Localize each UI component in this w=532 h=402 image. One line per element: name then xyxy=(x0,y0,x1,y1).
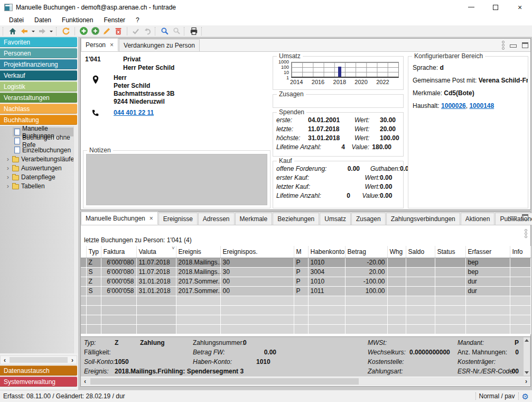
col-ereignis[interactable]: Ereignis xyxy=(176,246,220,258)
panel-grip-icon[interactable] xyxy=(525,229,527,238)
tree-item-verarbeitungslaeufe[interactable]: › Verarbeitungsläufe xyxy=(0,154,78,163)
chevron-right-icon[interactable]: › xyxy=(5,157,11,162)
panel-minimize-button[interactable] xyxy=(510,44,517,48)
scroll-right-icon[interactable]: › xyxy=(522,378,530,385)
tab-adressen[interactable]: Adressen xyxy=(198,213,235,225)
col-faktura[interactable]: Faktura xyxy=(101,246,136,258)
home-icon[interactable] xyxy=(7,26,18,36)
tab-zusagen[interactable]: Zusagen xyxy=(351,213,386,225)
table-row[interactable]: S 6'000'058 31.01.2018 2017.Sommer... 00… xyxy=(81,286,530,296)
search-icon[interactable] xyxy=(159,26,171,36)
col-ereignispos[interactable]: Ereignispos. xyxy=(220,246,294,258)
sidebar-section-buchhaltung[interactable]: Buchhaltung xyxy=(0,115,77,125)
col-erfasser[interactable]: Erfasser xyxy=(465,246,510,258)
tab-verdankungen-zu-person[interactable]: Verdankungen zu Person xyxy=(119,39,200,51)
umsatz-groupbox: Umsatz 1000100101 20142016201820202022 xyxy=(273,56,404,90)
phone-link[interactable]: 044 401 22 11 xyxy=(114,109,154,116)
table-row-empty[interactable] xyxy=(81,324,530,334)
confirm-icon[interactable] xyxy=(130,26,142,36)
menu-help[interactable]: ? xyxy=(131,15,144,25)
haushalt-link[interactable]: 1000026 xyxy=(441,102,466,109)
sidebar-section-logistik[interactable]: Logistik xyxy=(0,81,77,92)
col-valuta[interactable]: Valuta˅ xyxy=(136,246,176,258)
col-status[interactable]: Status xyxy=(435,246,465,258)
table-row-empty[interactable] xyxy=(81,305,530,315)
bookings-horizontal-scrollbar[interactable]: ‹ › xyxy=(81,377,530,386)
col-saldo[interactable]: Saldo xyxy=(406,246,435,258)
delete-icon[interactable] xyxy=(113,26,124,36)
chevron-right-icon[interactable]: › xyxy=(5,166,11,171)
detail-vertical-scrollbar[interactable] xyxy=(524,337,530,376)
window-maximize-button[interactable] xyxy=(483,0,508,14)
back-icon[interactable] xyxy=(18,26,30,36)
col-habenkonto[interactable]: Habenkonto xyxy=(308,246,345,258)
panel-grip-icon[interactable] xyxy=(502,41,505,50)
menu-datei[interactable]: Datei xyxy=(4,15,29,25)
table-row[interactable]: Z 6'000'080 11.07.2018 2018.Mailings....… xyxy=(81,258,530,267)
menu-funktionen[interactable]: Funktionen xyxy=(57,15,98,25)
scroll-right-icon[interactable]: › xyxy=(68,357,77,364)
sidebar-section-projektfinanzierung[interactable]: Projektfinanzierung xyxy=(0,59,77,69)
window-close-button[interactable]: × xyxy=(508,0,532,14)
tab-aktionen[interactable]: Aktionen xyxy=(461,213,495,225)
scroll-left-icon[interactable]: ‹ xyxy=(1,357,9,364)
col-info[interactable]: Info xyxy=(510,246,530,258)
forward-dropdown-icon[interactable] xyxy=(48,26,54,36)
table-row[interactable]: S 6'000'080 11.07.2018 2018.Mailings....… xyxy=(81,267,530,277)
table-row-empty[interactable] xyxy=(81,315,530,324)
panel-minimize-button[interactable] xyxy=(510,216,517,220)
gear-icon[interactable]: ⚙ xyxy=(522,392,529,400)
tree-item-tabellen[interactable]: › Tabellen xyxy=(0,181,78,190)
sidebar-section-personen[interactable]: Personen xyxy=(0,48,77,58)
menu-fenster[interactable]: Fenster xyxy=(99,15,130,25)
tab-umsatz[interactable]: Umsatz xyxy=(320,213,351,225)
col-betrag[interactable]: Betrag xyxy=(345,246,387,258)
scroll-down-icon[interactable] xyxy=(525,371,529,374)
back-dropdown-icon[interactable] xyxy=(30,26,36,36)
tree-item-auswertungen[interactable]: › Auswertungen xyxy=(0,163,78,172)
menu-daten[interactable]: Daten xyxy=(30,15,56,25)
scroll-up-icon[interactable] xyxy=(525,339,529,342)
sidebar-section-favoriten[interactable]: Favoriten xyxy=(0,37,77,47)
haushalt-link[interactable]: 1000148 xyxy=(469,102,494,109)
forward-icon[interactable] xyxy=(36,26,48,36)
table-row[interactable]: Z 6'000'058 31.01.2018 2017.Sommer... 00… xyxy=(81,277,530,286)
tree-item-einzelbuchungen[interactable]: Einzelbuchungen xyxy=(0,145,78,154)
tree-item-datenpflege[interactable]: › Datenpflege xyxy=(0,172,78,181)
panel-maximize-button[interactable] xyxy=(522,42,528,48)
panel-maximize-button[interactable] xyxy=(522,214,528,220)
sidebar-horizontal-scrollbar[interactable]: ‹ › xyxy=(0,355,77,364)
tab-person[interactable]: Person × xyxy=(81,38,118,51)
tab-close-icon[interactable]: × xyxy=(110,41,114,49)
window-minimize-button[interactable] xyxy=(459,0,483,14)
sidebar-section-veranstaltungen[interactable]: Veranstaltungen xyxy=(0,93,77,103)
add-icon[interactable] xyxy=(78,26,89,36)
tree-item-buchungen-ohne-referenz[interactable]: Buchungen ohne Refe xyxy=(0,136,78,145)
refresh-icon[interactable] xyxy=(60,26,72,36)
notizen-textarea[interactable] xyxy=(86,154,267,205)
tab-ereignisse[interactable]: Ereignisse xyxy=(158,213,198,225)
undo-icon[interactable] xyxy=(142,26,153,36)
tab-zahlungsverbindungen[interactable]: Zahlungsverbindungen xyxy=(386,213,460,225)
chevron-right-icon[interactable]: › xyxy=(5,175,11,180)
tab-beziehungen[interactable]: Beziehungen xyxy=(273,213,319,225)
tab-merkmale[interactable]: Merkmale xyxy=(235,213,273,225)
edit-icon[interactable] xyxy=(101,26,113,36)
sidebar-section-datenaustausch[interactable]: Datenaustausch xyxy=(0,366,77,376)
sidebar-section-verkauf[interactable]: Verkauf xyxy=(0,70,77,80)
col-m[interactable]: M xyxy=(294,246,308,258)
sidebar-section-systemverwaltung[interactable]: Systemverwaltung xyxy=(0,377,77,387)
scrollbar-thumb[interactable] xyxy=(10,357,68,363)
sidebar-section-nachlass[interactable]: Nachlass xyxy=(0,104,77,114)
col-whg[interactable]: Whg xyxy=(387,246,406,258)
chevron-right-icon[interactable]: › xyxy=(5,184,11,189)
scrollbar-thumb[interactable] xyxy=(90,378,359,385)
tab-close-icon[interactable]: × xyxy=(150,215,153,222)
add-alt-icon[interactable] xyxy=(89,26,101,36)
tree-vertical-scrollbar[interactable] xyxy=(73,126,78,353)
col-typ[interactable]: Typ xyxy=(86,246,101,258)
table-row-empty[interactable] xyxy=(81,296,530,305)
tab-manuelle-buchungen[interactable]: Manuelle Buchungen × xyxy=(81,212,158,225)
print-icon[interactable] xyxy=(188,26,200,36)
scroll-left-icon[interactable]: ‹ xyxy=(81,378,89,385)
